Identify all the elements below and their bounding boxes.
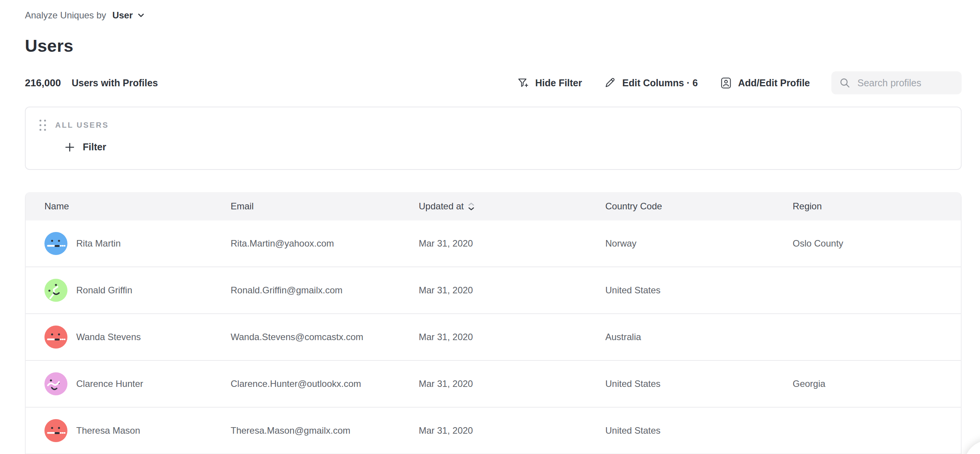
name-cell: Clarence Hunter [44, 372, 231, 395]
users-table: Name Email Updated at Country Code Regio… [25, 192, 962, 454]
pencil-icon [603, 76, 616, 89]
region: Georgia [793, 378, 961, 389]
add-edit-profile-button[interactable]: Add/Edit Profile [719, 76, 810, 89]
name-cell: Ronald Griffin [44, 279, 231, 302]
country-code: United States [605, 425, 793, 436]
user-email: Wanda.Stevens@comcastx.com [231, 332, 419, 342]
column-header-email[interactable]: Email [231, 201, 419, 212]
updated-at: Mar 31, 2020 [419, 378, 605, 389]
toolbar-actions: Hide Filter Edit Columns · 6 Add/Edit Pr… [516, 71, 962, 94]
user-email: Ronald.Griffin@gmailx.com [231, 285, 419, 296]
table-row[interactable]: Rita Martin Rita.Martin@yahoox.com Mar 3… [26, 220, 961, 267]
analyze-uniques-row: Analyze Uniques by User [25, 10, 962, 21]
add-filter-label: Filter [83, 141, 106, 153]
name-cell: Wanda Stevens [44, 326, 231, 349]
user-name: Rita Martin [76, 238, 121, 249]
updated-at: Mar 31, 2020 [419, 285, 605, 296]
updated-at: Mar 31, 2020 [419, 425, 605, 436]
user-name: Wanda Stevens [76, 332, 141, 342]
avatar [44, 279, 67, 302]
analyze-uniques-label: Analyze Uniques by [25, 10, 106, 21]
search-icon [839, 77, 851, 89]
country-code: United States [605, 378, 793, 389]
name-cell: Theresa Mason [44, 419, 231, 442]
add-filter-button[interactable]: Filter [64, 141, 106, 153]
filter-group-label: ALL USERS [55, 121, 109, 130]
user-name: Ronald Griffin [76, 285, 132, 296]
table-row[interactable]: Theresa Mason Theresa.Mason@gmailx.com M… [26, 408, 961, 454]
table-row[interactable]: Clarence Hunter Clarence.Hunter@outlookx… [26, 361, 961, 408]
filter-group-header: ALL USERS [38, 118, 961, 132]
user-name: Clarence Hunter [76, 378, 143, 389]
table-row[interactable]: Ronald Griffin Ronald.Griffin@gmailx.com… [26, 267, 961, 314]
filter-panel: ALL USERS Filter [25, 107, 962, 170]
stats-actions-row: 216,000 Users with Profiles Hide Filter … [25, 71, 962, 94]
updated-at: Mar 31, 2020 [419, 238, 605, 249]
table-row[interactable]: Wanda Stevens Wanda.Stevens@comcastx.com… [26, 314, 961, 361]
page-title: Users [25, 36, 962, 56]
user-count-label: Users with Profiles [72, 77, 158, 89]
sort-icon [468, 202, 474, 211]
updated-at: Mar 31, 2020 [419, 332, 605, 342]
column-header-name[interactable]: Name [44, 201, 231, 212]
search-profiles-box [831, 71, 962, 94]
avatar [44, 326, 67, 349]
country-code: Norway [605, 238, 793, 249]
user-email: Theresa.Mason@gmailx.com [231, 425, 419, 436]
drag-handle[interactable] [38, 118, 48, 132]
hide-filter-button[interactable]: Hide Filter [516, 76, 582, 89]
hide-filter-label: Hide Filter [535, 77, 582, 89]
country-code: Australia [605, 332, 793, 342]
user-count: 216,000 [25, 77, 61, 89]
avatar [44, 372, 67, 395]
table-header-row: Name Email Updated at Country Code Regio… [26, 192, 961, 220]
chevron-down-icon [137, 11, 145, 20]
country-code: United States [605, 285, 793, 296]
edit-columns-label: Edit Columns · 6 [622, 77, 698, 89]
plus-icon [64, 142, 75, 153]
user-email: Clarence.Hunter@outlookx.com [231, 378, 419, 389]
search-profiles-input[interactable] [857, 77, 954, 89]
name-cell: Rita Martin [44, 232, 231, 255]
user-email: Rita.Martin@yahoox.com [231, 238, 419, 249]
add-edit-profile-label: Add/Edit Profile [738, 77, 810, 89]
avatar [44, 419, 67, 442]
main-content: Analyze Uniques by User Users 216,000 Us… [0, 10, 980, 454]
region: Oslo County [793, 238, 961, 249]
edit-columns-button[interactable]: Edit Columns · 6 [603, 76, 698, 89]
analyze-by-dropdown[interactable]: User [112, 10, 145, 21]
profile-card-icon [719, 76, 733, 89]
column-header-updated-at[interactable]: Updated at [419, 201, 605, 212]
funnel-plus-icon [516, 76, 529, 89]
avatar [44, 232, 67, 255]
column-header-country-code[interactable]: Country Code [605, 201, 793, 212]
analyze-by-value: User [112, 10, 133, 21]
user-name: Theresa Mason [76, 425, 140, 436]
column-header-region[interactable]: Region [793, 201, 961, 212]
